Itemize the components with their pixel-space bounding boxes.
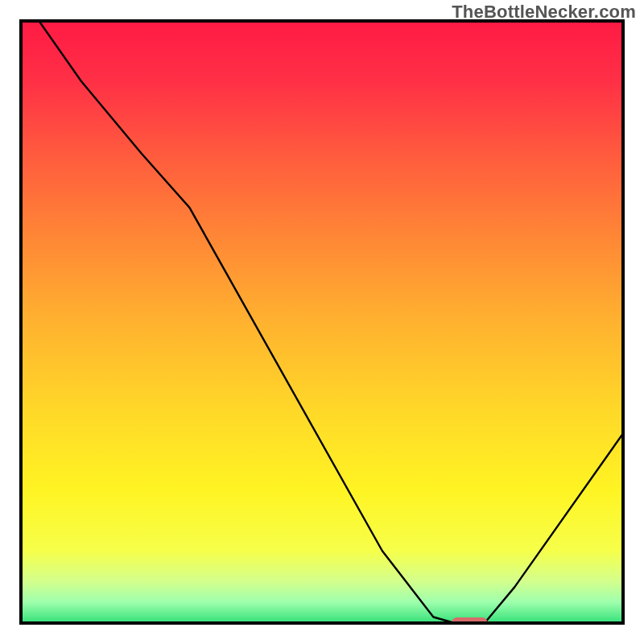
plot-background-gradient xyxy=(21,21,623,623)
bottleneck-chart: TheBottleNecker.com xyxy=(0,0,644,644)
chart-svg xyxy=(0,0,644,644)
watermark-text: TheBottleNecker.com xyxy=(452,2,636,23)
